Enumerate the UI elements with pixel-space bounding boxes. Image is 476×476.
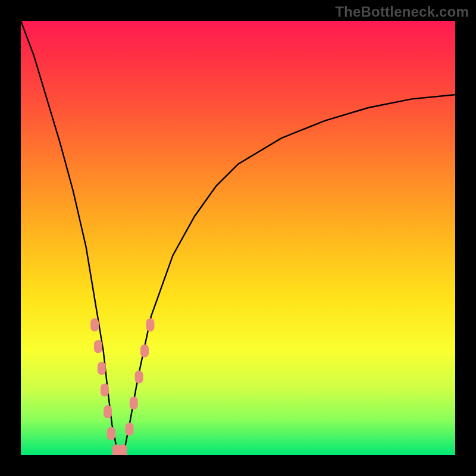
chart-stage: TheBottleneck.com bbox=[0, 0, 476, 476]
plot-area bbox=[21, 21, 455, 455]
watermark-text: TheBottleneck.com bbox=[335, 4, 469, 20]
right-bead-5 bbox=[146, 318, 155, 331]
right-bead-4 bbox=[140, 345, 149, 358]
right-bead-2 bbox=[130, 396, 138, 409]
bottom-bead-2 bbox=[119, 444, 127, 455]
left-bead-2 bbox=[94, 340, 102, 353]
left-bead-4 bbox=[101, 384, 109, 397]
curve-svg bbox=[21, 21, 455, 455]
left-bead-5 bbox=[104, 405, 112, 418]
left-bead-3 bbox=[98, 362, 106, 375]
right-bead-3 bbox=[135, 371, 143, 384]
left-bead-6 bbox=[107, 427, 115, 440]
left-bead-1 bbox=[90, 318, 99, 331]
curve-markers bbox=[90, 318, 154, 455]
right-bead-1 bbox=[126, 422, 134, 436]
bottleneck-curve bbox=[21, 21, 455, 455]
